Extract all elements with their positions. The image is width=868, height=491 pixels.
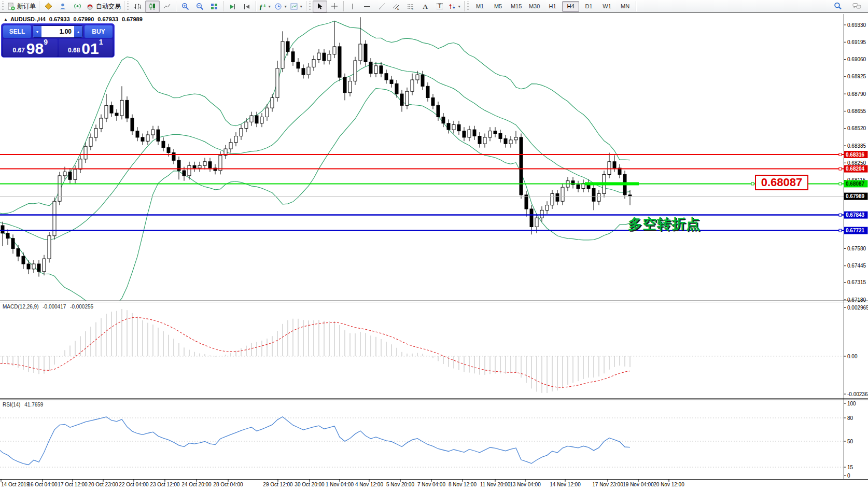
svg-text:0.68316: 0.68316 — [846, 152, 865, 158]
zoom-out-button[interactable] — [192, 1, 207, 12]
bar-chart-button[interactable] — [131, 1, 145, 12]
volume-increase-button[interactable]: ▲ — [74, 26, 82, 37]
turning-point-annotation[interactable]: 多空转折点 — [628, 215, 701, 233]
toolbar-separator — [343, 1, 344, 11]
cursor-button[interactable] — [313, 1, 327, 12]
time-axis-label: 5 Nov 20:00 — [386, 482, 414, 487]
main-price-pane — [0, 17, 844, 311]
dropdown-caret-icon[interactable]: ▼ — [299, 5, 303, 8]
svg-text:0.68385: 0.68385 — [847, 143, 866, 149]
auto-scroll-button[interactable] — [225, 1, 240, 12]
rsi-pane — [0, 417, 844, 467]
timeframe-M1-button[interactable]: M1 — [471, 1, 488, 12]
timeframe-M30-button[interactable]: M30 — [526, 1, 543, 12]
price-callout-object[interactable]: 0.68087 — [755, 175, 808, 190]
dropdown-caret-icon[interactable]: ▼ — [284, 5, 287, 8]
periods-button[interactable]: ▼ — [273, 1, 289, 12]
market-watch-button[interactable] — [55, 1, 70, 12]
buy-price[interactable]: 0.68 01 1 — [59, 39, 113, 57]
text-button[interactable]: A — [418, 1, 432, 12]
new-order-label: 新订单 — [17, 2, 36, 11]
chat-button[interactable] — [849, 1, 864, 12]
time-axis-label: 8 Nov 12:00 — [449, 482, 477, 487]
sell-price-pips: 98 — [26, 41, 44, 55]
svg-text:0.002965: 0.002965 — [847, 305, 868, 311]
channel-icon: E — [393, 3, 400, 10]
vertical-line-button[interactable] — [345, 1, 360, 12]
indicators-button[interactable]: ƒ+▼ — [258, 1, 273, 12]
collapse-icon[interactable]: ▲ — [4, 17, 8, 22]
signals-button[interactable] — [70, 1, 85, 12]
buy-price-prefix: 0.68 — [68, 46, 80, 55]
sell-price-point: 9 — [44, 39, 48, 46]
arrow-objects-button[interactable]: ▼ — [447, 1, 463, 12]
fibonacci-button[interactable]: F — [403, 1, 418, 12]
svg-text:0.68250: 0.68250 — [847, 160, 866, 166]
person-icon — [59, 3, 66, 10]
bollinger-lower-band — [0, 88, 630, 311]
time-axis-label: 4 Nov 12:00 — [355, 482, 383, 487]
sell-price[interactable]: 0.67 98 9 — [3, 39, 58, 57]
autotrade-icon — [86, 3, 94, 10]
candles-icon — [149, 3, 156, 10]
sell-button[interactable]: SELL — [3, 25, 31, 38]
indicator-f-icon: ƒ+ — [259, 3, 266, 10]
equidistant-channel-button[interactable]: E — [389, 1, 403, 12]
buy-button[interactable]: BUY — [85, 25, 113, 38]
timeframe-M5-button[interactable]: M5 — [489, 1, 507, 12]
svg-text:0.69060: 0.69060 — [847, 57, 866, 62]
chart-title: ▲ AUDUSD-,H4 0.67933 0.67990 0.67933 0.6… — [4, 16, 146, 22]
volume-decrease-button[interactable]: ▼ — [33, 26, 41, 37]
dropdown-caret-icon[interactable]: ▼ — [457, 5, 461, 8]
time-axis-label: 14 Nov 12:00 — [550, 482, 581, 487]
timeframe-H4-button[interactable]: H4 — [562, 1, 579, 12]
search-icon — [834, 2, 842, 10]
zoom-in-button[interactable] — [178, 1, 192, 12]
line-chart-button[interactable] — [160, 1, 174, 12]
timeframe-D1-button[interactable]: D1 — [580, 1, 597, 12]
chart-shift-button[interactable] — [240, 1, 254, 12]
svg-text:0.67445: 0.67445 — [847, 263, 866, 269]
time-axis-label: 7 Nov 04:00 — [417, 482, 445, 487]
toolbar-drag-handle — [467, 2, 469, 11]
timeframe-W1-button[interactable]: W1 — [598, 1, 615, 12]
toolbar-separator — [223, 1, 223, 11]
vline-icon — [350, 3, 355, 10]
toolbar-separator — [636, 1, 636, 11]
tiles-icon — [211, 3, 218, 10]
fibo-icon: F — [407, 3, 414, 10]
toolbar-separator — [176, 1, 176, 11]
toolbar-separator — [306, 1, 306, 11]
volume-input[interactable] — [41, 26, 74, 37]
horizontal-line-button[interactable] — [360, 1, 374, 12]
candlestick-chart-button[interactable] — [145, 1, 160, 12]
macd-value-main: -0.000417 — [43, 304, 66, 310]
time-axis-label: 23 Oct 12:00 — [150, 482, 180, 487]
time-axis-label: 24 Oct 20:00 — [181, 482, 212, 487]
svg-text:100: 100 — [847, 401, 856, 406]
ohlc-close: 0.67989 — [122, 16, 143, 22]
templates-button[interactable]: ▼ — [289, 1, 304, 12]
text-label-button[interactable]: T — [432, 1, 447, 12]
search-button[interactable] — [831, 1, 845, 12]
svg-text:0.67721: 0.67721 — [846, 228, 865, 233]
svg-text:80: 80 — [847, 415, 853, 421]
timeframe-H1-button[interactable]: H1 — [544, 1, 561, 12]
crosshair-button[interactable] — [327, 1, 342, 12]
chart-canvas[interactable]: 0.693300.691950.690600.689250.687900.686… — [0, 0, 868, 491]
metaeditor-button[interactable] — [41, 1, 55, 12]
tile-windows-button[interactable] — [207, 1, 221, 12]
autotrading-button[interactable]: 自动交易 — [85, 1, 122, 12]
dropdown-caret-icon[interactable]: ▼ — [268, 5, 271, 8]
time-axis-label: 28 Oct 04:00 — [213, 482, 243, 487]
time-axis-label: 29 Oct 12:00 — [263, 482, 293, 487]
time-axis-label: 20 Oct 23:00 — [88, 482, 118, 487]
trendline-button[interactable] — [374, 1, 389, 12]
macd-indicator-label: MACD(12,26,9) -0.000417 -0.000255 — [3, 304, 96, 310]
textA-icon: A — [423, 3, 427, 10]
level-lines — [0, 153, 844, 232]
new-order-button[interactable]: 新订单 — [6, 1, 37, 12]
timeframe-M15-button[interactable]: M15 — [508, 1, 525, 12]
ohlc-high: 0.67990 — [74, 16, 94, 22]
timeframe-MN-button[interactable]: MN — [617, 1, 634, 12]
